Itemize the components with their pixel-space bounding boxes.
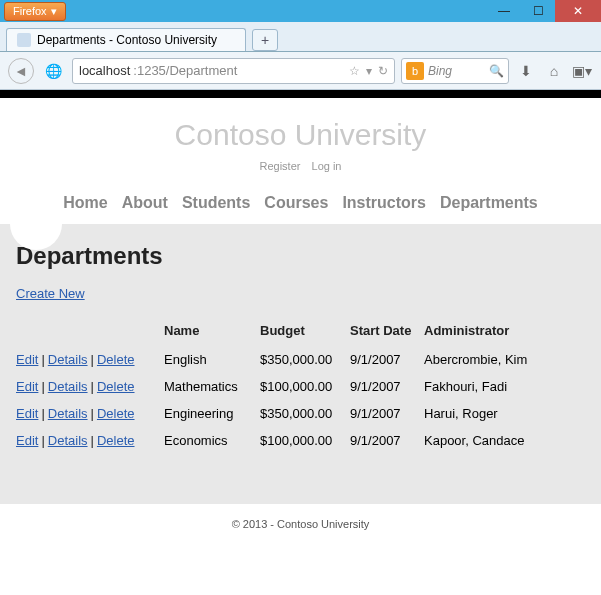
nav-instructors[interactable]: Instructors bbox=[342, 194, 426, 212]
globe-icon: 🌐 bbox=[40, 58, 66, 84]
cell-administrator: Fakhouri, Fadi bbox=[424, 373, 535, 400]
table-row: Edit|Details|DeleteEnglish$350,000.009/1… bbox=[16, 346, 535, 373]
url-actions: ☆ ▾ ↻ bbox=[349, 64, 388, 78]
page-icon bbox=[17, 33, 31, 47]
nav-toolbar: ◄ 🌐 localhost:1235/Department ☆ ▾ ↻ b Bi… bbox=[0, 52, 601, 90]
url-input[interactable]: localhost:1235/Department ☆ ▾ ↻ bbox=[72, 58, 395, 84]
delete-link[interactable]: Delete bbox=[97, 433, 135, 448]
cell-administrator: Kapoor, Candace bbox=[424, 427, 535, 454]
browser-window: Firefox ▾ — ☐ ✕ Departments - Contoso Un… bbox=[0, 0, 601, 595]
details-link[interactable]: Details bbox=[48, 379, 88, 394]
cell-actions: Edit|Details|Delete bbox=[16, 346, 164, 373]
cell-start-date: 9/1/2007 bbox=[350, 373, 424, 400]
col-name: Name bbox=[164, 319, 260, 346]
login-link[interactable]: Log in bbox=[312, 160, 342, 172]
details-link[interactable]: Details bbox=[48, 352, 88, 367]
minimize-button[interactable]: — bbox=[487, 0, 521, 22]
details-link[interactable]: Details bbox=[48, 406, 88, 421]
avatar bbox=[10, 198, 62, 250]
browser-tab[interactable]: Departments - Contoso University bbox=[6, 28, 246, 51]
close-button[interactable]: ✕ bbox=[555, 0, 601, 22]
cell-actions: Edit|Details|Delete bbox=[16, 427, 164, 454]
cell-start-date: 9/1/2007 bbox=[350, 400, 424, 427]
download-icon[interactable]: ⬇ bbox=[515, 60, 537, 82]
cell-budget: $100,000.00 bbox=[260, 373, 350, 400]
cell-actions: Edit|Details|Delete bbox=[16, 373, 164, 400]
site-header: Contoso University Register Log in bbox=[0, 98, 601, 182]
cell-budget: $350,000.00 bbox=[260, 346, 350, 373]
new-tab-button[interactable]: + bbox=[252, 29, 278, 51]
nav-departments[interactable]: Departments bbox=[440, 194, 538, 212]
site-title: Contoso University bbox=[0, 118, 601, 152]
edit-link[interactable]: Edit bbox=[16, 379, 38, 394]
delete-link[interactable]: Delete bbox=[97, 379, 135, 394]
url-host: localhost bbox=[79, 63, 130, 78]
delete-link[interactable]: Delete bbox=[97, 406, 135, 421]
edit-link[interactable]: Edit bbox=[16, 406, 38, 421]
cell-budget: $350,000.00 bbox=[260, 400, 350, 427]
content-area: Departments Create New Name Budget Start… bbox=[0, 224, 601, 504]
dropdown-icon[interactable]: ▾ bbox=[366, 64, 372, 78]
titlebar: Firefox ▾ — ☐ ✕ bbox=[0, 0, 601, 22]
login-links: Register Log in bbox=[0, 160, 601, 172]
chevron-down-icon: ▾ bbox=[51, 5, 57, 18]
search-input[interactable]: b Bing 🔍 bbox=[401, 58, 509, 84]
firefox-label: Firefox bbox=[13, 5, 47, 17]
create-new-link[interactable]: Create New bbox=[16, 286, 85, 301]
cell-start-date: 9/1/2007 bbox=[350, 427, 424, 454]
col-budget: Budget bbox=[260, 319, 350, 346]
bookmark-icon[interactable]: ☆ bbox=[349, 64, 360, 78]
table-header-row: Name Budget Start Date Administrator bbox=[16, 319, 535, 346]
nav-courses[interactable]: Courses bbox=[264, 194, 328, 212]
page-title: Departments bbox=[16, 242, 585, 270]
table-row: Edit|Details|DeleteMathematics$100,000.0… bbox=[16, 373, 535, 400]
search-icon[interactable]: 🔍 bbox=[489, 64, 504, 78]
back-button[interactable]: ◄ bbox=[8, 58, 34, 84]
url-path: :1235/Department bbox=[133, 63, 237, 78]
page-content: Contoso University Register Log in Home … bbox=[0, 98, 601, 544]
table-row: Edit|Details|DeleteEconomics$100,000.009… bbox=[16, 427, 535, 454]
table-row: Edit|Details|DeleteEngineering$350,000.0… bbox=[16, 400, 535, 427]
window-controls: — ☐ ✕ bbox=[487, 0, 601, 22]
search-placeholder: Bing bbox=[428, 64, 452, 78]
maximize-button[interactable]: ☐ bbox=[521, 0, 555, 22]
cell-start-date: 9/1/2007 bbox=[350, 346, 424, 373]
top-accent-bar bbox=[0, 90, 601, 98]
cell-name: Mathematics bbox=[164, 373, 260, 400]
col-start-date: Start Date bbox=[350, 319, 424, 346]
firefox-menu-button[interactable]: Firefox ▾ bbox=[4, 2, 66, 21]
register-link[interactable]: Register bbox=[259, 160, 300, 172]
footer: © 2013 - Contoso University bbox=[0, 504, 601, 544]
reload-icon[interactable]: ↻ bbox=[378, 64, 388, 78]
main-nav: Home About Students Courses Instructors … bbox=[0, 182, 601, 224]
bookmarks-menu-icon[interactable]: ▣▾ bbox=[571, 60, 593, 82]
tab-bar: Departments - Contoso University + bbox=[0, 22, 601, 52]
cell-actions: Edit|Details|Delete bbox=[16, 400, 164, 427]
col-actions bbox=[16, 319, 164, 346]
edit-link[interactable]: Edit bbox=[16, 352, 38, 367]
edit-link[interactable]: Edit bbox=[16, 433, 38, 448]
departments-table: Name Budget Start Date Administrator Edi… bbox=[16, 319, 535, 454]
cell-administrator: Harui, Roger bbox=[424, 400, 535, 427]
delete-link[interactable]: Delete bbox=[97, 352, 135, 367]
cell-name: Engineering bbox=[164, 400, 260, 427]
nav-students[interactable]: Students bbox=[182, 194, 250, 212]
details-link[interactable]: Details bbox=[48, 433, 88, 448]
cell-administrator: Abercrombie, Kim bbox=[424, 346, 535, 373]
cell-name: Economics bbox=[164, 427, 260, 454]
home-icon[interactable]: ⌂ bbox=[543, 60, 565, 82]
bing-icon: b bbox=[406, 62, 424, 80]
tab-title: Departments - Contoso University bbox=[37, 33, 217, 47]
cell-budget: $100,000.00 bbox=[260, 427, 350, 454]
cell-name: English bbox=[164, 346, 260, 373]
nav-about[interactable]: About bbox=[122, 194, 168, 212]
nav-home[interactable]: Home bbox=[63, 194, 107, 212]
col-administrator: Administrator bbox=[424, 319, 535, 346]
